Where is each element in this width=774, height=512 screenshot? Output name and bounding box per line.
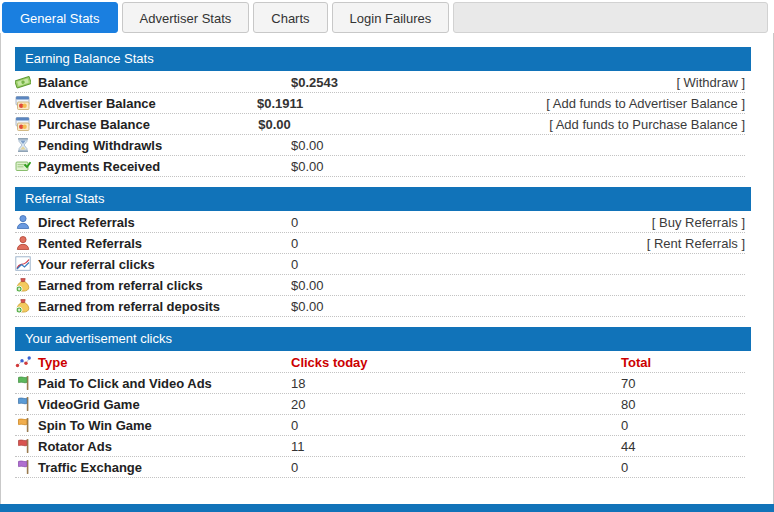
section-earning-balance: Earning Balance Stats Balance $0.2543 [ …	[15, 47, 745, 177]
flag-blue-icon	[15, 396, 31, 412]
moneybag-add-icon	[15, 277, 31, 293]
flag-purple-icon	[15, 459, 31, 475]
ad-type-label: VideoGrid Game	[38, 397, 140, 412]
tab-strip: General Stats Advertiser Stats Charts Lo…	[0, 0, 774, 33]
stat-value: $0.00	[258, 117, 549, 132]
stat-row-purchase-balance: Purchase Balance $0.00 [ Add funds to Pu…	[15, 114, 745, 135]
ad-clicks-header-row: Type Clicks today Total	[15, 352, 745, 373]
section-referral-stats: Referral Stats Direct Referrals 0 [ Buy …	[15, 187, 745, 317]
tab-login-failures[interactable]: Login Failures	[332, 2, 450, 33]
stat-row-advertiser-balance: Advertiser Balance $0.1911 [ Add funds t…	[15, 93, 745, 114]
stat-row-pending-withdrawals: Pending Withdrawls $0.00	[15, 135, 745, 156]
ad-clicks-today: 0	[291, 418, 621, 433]
ad-row-ptc-video: Paid To Click and Video Ads 18 70	[15, 373, 745, 394]
stat-label: Balance	[38, 75, 88, 90]
ad-clicks-today: 0	[291, 460, 621, 475]
stat-label: Your referral clicks	[38, 257, 155, 272]
stat-label: Direct Referrals	[38, 215, 135, 230]
tab-strip-filler	[453, 2, 768, 33]
stats-content: Earning Balance Stats Balance $0.2543 [ …	[0, 33, 774, 504]
stat-value: 0	[291, 257, 621, 272]
ad-row-spin-to-win: Spin To Win Game 0 0	[15, 415, 745, 436]
ad-clicks-today: 18	[291, 376, 621, 391]
ad-clicks-total: 70	[621, 376, 745, 391]
user-red-icon	[15, 235, 31, 251]
stat-label: Earned from referral deposits	[38, 299, 220, 314]
column-header-type: Type	[38, 355, 67, 370]
stat-value: $0.00	[291, 138, 621, 153]
section-header-ad-clicks: Your advertisement clicks	[15, 327, 751, 351]
ad-clicks-total: 44	[621, 439, 745, 454]
moneybag-add-icon	[15, 298, 31, 314]
ad-type-label: Traffic Exchange	[38, 460, 142, 475]
ad-clicks-total: 0	[621, 418, 745, 433]
stat-value: $0.1911	[257, 96, 546, 111]
credit-card-icon	[15, 95, 31, 111]
stat-row-payments-received: Payments Received $0.00	[15, 156, 745, 177]
stat-label: Purchase Balance	[38, 117, 150, 132]
ad-type-label: Spin To Win Game	[38, 418, 152, 433]
buy-referrals-link[interactable]: [ Buy Referrals ]	[621, 215, 745, 230]
stat-label: Pending Withdrawls	[38, 138, 162, 153]
bottom-accent-bar	[0, 504, 774, 512]
tab-advertiser-stats[interactable]: Advertiser Stats	[122, 2, 250, 33]
ad-type-label: Paid To Click and Video Ads	[38, 376, 212, 391]
stat-label: Rented Referrals	[38, 236, 142, 251]
stat-value: $0.00	[291, 299, 621, 314]
rent-referrals-link[interactable]: [ Rent Referrals ]	[621, 236, 745, 251]
stat-label: Advertiser Balance	[38, 96, 156, 111]
ad-clicks-total: 0	[621, 460, 745, 475]
tab-general-stats[interactable]: General Stats	[2, 2, 118, 33]
column-header-clicks-today: Clicks today	[291, 355, 621, 370]
ad-row-traffic-exchange: Traffic Exchange 0 0	[15, 457, 745, 478]
ad-clicks-total: 80	[621, 397, 745, 412]
stats-page: General Stats Advertiser Stats Charts Lo…	[0, 0, 774, 512]
chart-icon	[15, 256, 31, 272]
scatter-chart-icon	[15, 354, 31, 370]
section-header-referral-stats: Referral Stats	[15, 187, 751, 211]
flag-red-icon	[15, 438, 31, 454]
money-icon	[15, 74, 31, 90]
stat-label: Earned from referral clicks	[38, 278, 203, 293]
stat-value: 0	[291, 215, 621, 230]
stat-label: Payments Received	[38, 159, 160, 174]
column-header-total: Total	[621, 355, 745, 370]
add-funds-purchase-link[interactable]: [ Add funds to Purchase Balance ]	[549, 117, 745, 132]
stat-row-earned-referral-deposits: Earned from referral deposits $0.00	[15, 296, 745, 317]
payment-received-icon	[15, 158, 31, 174]
withdraw-link[interactable]: [ Withdraw ]	[621, 75, 745, 90]
stat-row-earned-referral-clicks: Earned from referral clicks $0.00	[15, 275, 745, 296]
ad-type-label: Rotator Ads	[38, 439, 112, 454]
ad-row-videogrid: VideoGrid Game 20 80	[15, 394, 745, 415]
flag-orange-icon	[15, 417, 31, 433]
stat-row-rented-referrals: Rented Referrals 0 [ Rent Referrals ]	[15, 233, 745, 254]
stat-row-direct-referrals: Direct Referrals 0 [ Buy Referrals ]	[15, 212, 745, 233]
user-blue-icon	[15, 214, 31, 230]
stat-value: $0.00	[291, 278, 621, 293]
stat-row-referral-clicks: Your referral clicks 0	[15, 254, 745, 275]
tab-charts[interactable]: Charts	[253, 2, 327, 33]
section-ad-clicks: Your advertisement clicks Type Clicks to…	[15, 327, 745, 478]
ad-row-rotator: Rotator Ads 11 44	[15, 436, 745, 457]
stat-value: 0	[291, 236, 621, 251]
ad-clicks-today: 11	[291, 439, 621, 454]
flag-green-icon	[15, 375, 31, 391]
section-header-earning-balance: Earning Balance Stats	[15, 47, 751, 71]
credit-card-icon	[15, 116, 31, 132]
add-funds-advertiser-link[interactable]: [ Add funds to Advertiser Balance ]	[546, 96, 745, 111]
stat-value: $0.2543	[291, 75, 621, 90]
stat-row-balance: Balance $0.2543 [ Withdraw ]	[15, 72, 745, 93]
stat-value: $0.00	[291, 159, 621, 174]
hourglass-icon	[15, 137, 31, 153]
ad-clicks-today: 20	[291, 397, 621, 412]
